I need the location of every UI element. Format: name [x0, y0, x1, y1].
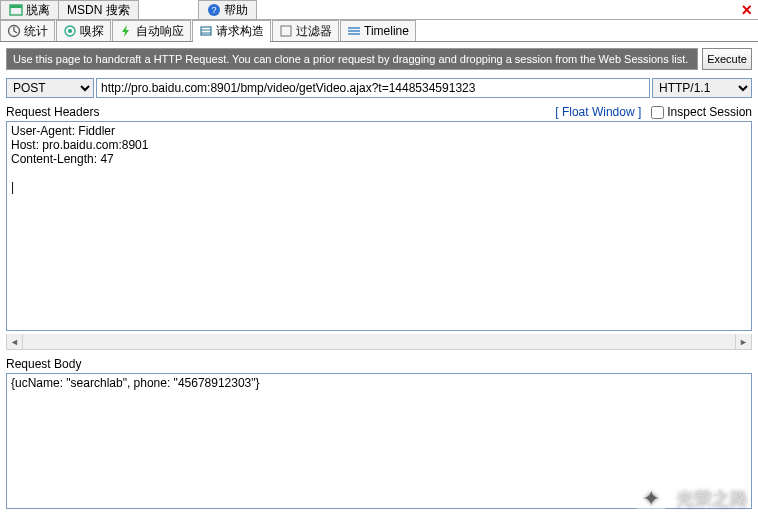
http-protocol-select[interactable]: HTTP/1.1: [652, 78, 752, 98]
tab-label: 脱离: [26, 2, 50, 19]
close-icon[interactable]: ×: [741, 0, 752, 21]
section-title: Request Body: [6, 357, 81, 371]
tab-inspect[interactable]: 嗅探: [56, 20, 111, 41]
inspect-session-checkbox[interactable]: [651, 106, 664, 119]
headers-section-bar: Request Headers [ Float Window ] Inspect…: [6, 104, 752, 121]
sub-tab-strip: 统计 嗅探 自动响应 请求构造 过滤器 Timeline: [0, 20, 758, 42]
checkbox-icon: [279, 24, 293, 38]
tab-help[interactable]: ? 帮助: [198, 0, 257, 19]
timeline-icon: [347, 24, 361, 38]
target-icon: [63, 24, 77, 38]
tab-detach[interactable]: 脱离: [0, 0, 59, 19]
tab-label: 自动响应: [136, 23, 184, 40]
request-body-textarea[interactable]: [6, 373, 752, 509]
tab-label: 过滤器: [296, 23, 332, 40]
tab-label: MSDN 搜索: [67, 2, 130, 19]
scroll-right-icon[interactable]: ►: [735, 334, 751, 349]
tab-label: Timeline: [364, 24, 409, 38]
request-headers-section: Request Headers [ Float Window ] Inspect…: [0, 104, 758, 356]
request-headers-textarea[interactable]: [6, 121, 752, 331]
request-line-row: POST HTTP/1.1: [0, 76, 758, 104]
instruction-row: Use this page to handcraft a HTTP Reques…: [0, 42, 758, 76]
tab-label: 统计: [24, 23, 48, 40]
tab-auto-respond[interactable]: 自动响应: [112, 20, 191, 41]
svg-rect-8: [281, 26, 291, 36]
float-window-link[interactable]: [ Float Window ]: [555, 105, 641, 119]
window-icon: [9, 3, 23, 17]
compose-icon: [199, 24, 213, 38]
section-title: Request Headers: [6, 105, 99, 119]
execute-button[interactable]: Execute: [702, 48, 752, 70]
svg-rect-1: [10, 5, 22, 8]
svg-point-6: [68, 29, 72, 33]
top-tab-strip: 脱离 MSDN 搜索 ? 帮助 ×: [0, 0, 758, 20]
inspect-session-option[interactable]: Inspect Session: [651, 105, 752, 119]
tab-msdn-search[interactable]: MSDN 搜索: [58, 0, 139, 19]
body-section-bar: Request Body: [6, 356, 752, 373]
tab-label: 帮助: [224, 2, 248, 19]
http-method-select[interactable]: POST: [6, 78, 94, 98]
request-body-section: Request Body: [0, 356, 758, 518]
tab-stats[interactable]: 统计: [0, 20, 55, 41]
clock-icon: [7, 24, 21, 38]
tab-composer[interactable]: 请求构造: [192, 20, 271, 41]
svg-rect-7: [201, 27, 211, 35]
bolt-icon: [119, 24, 133, 38]
svg-text:?: ?: [211, 5, 216, 15]
help-icon: ?: [207, 3, 221, 17]
instruction-text: Use this page to handcraft a HTTP Reques…: [6, 48, 698, 70]
scroll-left-icon[interactable]: ◄: [7, 334, 23, 349]
tab-label: 请求构造: [216, 23, 264, 40]
url-input[interactable]: [96, 78, 650, 98]
tab-timeline[interactable]: Timeline: [340, 20, 416, 41]
headers-h-scrollbar[interactable]: ◄ ►: [6, 334, 752, 350]
tab-filters[interactable]: 过滤器: [272, 20, 339, 41]
inspect-session-label: Inspect Session: [667, 105, 752, 119]
tab-label: 嗅探: [80, 23, 104, 40]
